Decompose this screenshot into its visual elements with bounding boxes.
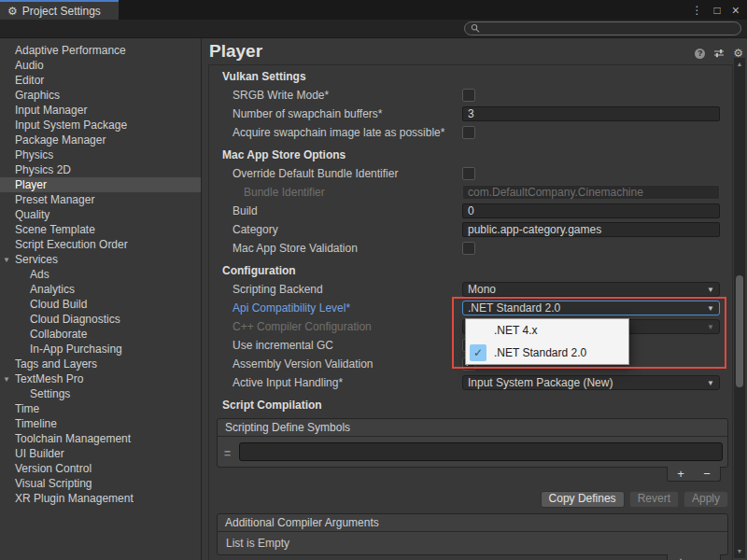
close-icon[interactable]: × [732,4,740,17]
sidebar-item-analytics[interactable]: Analytics [0,282,201,297]
scripting-backend-dropdown[interactable]: Mono▼ [462,282,720,297]
sidebar-item-label: Settings [30,387,70,400]
sidebar-item-quality[interactable]: Quality [0,207,201,222]
sidebar-item-label: Audio [15,59,44,72]
sidebar-item-cloud-diagnostics[interactable]: Cloud Diagnostics [0,312,201,327]
sidebar-item-services[interactable]: ▼Services [0,252,201,267]
section-header-label: Script Compilation [209,399,322,412]
section-header-label: Mac App Store Options [209,148,345,161]
setting-row-acquire-swapchain-image-late-as-possible: Acquire swapchain image late as possible… [209,123,732,142]
sidebar-item-cloud-build[interactable]: Cloud Build [0,297,201,312]
gear-icon: ⚙ [7,6,18,17]
sidebar-item-version-control[interactable]: Version Control [0,461,201,476]
scroll-up-icon[interactable]: ▲ [734,60,745,69]
remove-button[interactable]: − [703,555,711,560]
sidebar-item-script-execution-order[interactable]: Script Execution Order [0,237,201,252]
sidebar-item-label: Physics 2D [15,163,71,176]
sidebar-item-label: UI Builder [15,447,64,460]
api-compatibility-popup: .NET 4.x✓.NET Standard 2.0 [465,318,629,365]
sidebar-item-editor[interactable]: Editor [0,73,201,88]
tab-project-settings[interactable]: ⚙ Project Settings [0,0,119,20]
define-symbols-field[interactable] [239,442,723,461]
sidebar-item-label: Adaptive Performance [15,44,126,57]
help-icon[interactable]: ? [695,49,705,59]
list-empty-text: List is Empty [222,538,723,549]
revert-button: Revert [629,491,679,508]
sidebar-item-physics-2d[interactable]: Physics 2D [0,162,201,177]
toolbar [0,20,747,38]
sidebar-item-physics[interactable]: Physics [0,147,201,162]
sidebar-item-label: Timeline [15,417,57,430]
acquire-swapchain-image-late-as-possible-checkbox[interactable] [462,126,475,139]
sidebar-item-collaborate[interactable]: Collaborate [0,327,201,342]
add-button[interactable]: + [677,555,684,560]
sidebar-item-tags-and-layers[interactable]: Tags and Layers [0,357,201,371]
sidebar-item-input-manager[interactable]: Input Manager [0,103,201,118]
sidebar-item-label: Scene Template [15,223,95,236]
section-header-label: Configuration [209,264,296,277]
sidebar-item-label: XR Plugin Management [15,492,134,505]
scrollbar-thumb[interactable] [736,275,743,387]
maximize-icon[interactable]: □ [714,5,721,16]
remove-button[interactable]: − [703,468,711,480]
add-button[interactable]: + [677,468,684,480]
sidebar-item-adaptive-performance[interactable]: Adaptive Performance [0,43,201,58]
mac-app-store-validation-checkbox[interactable] [462,242,475,255]
build-field[interactable]: 0 [462,203,720,218]
setting-label: Category [209,223,278,236]
search-box[interactable] [464,21,741,35]
popup-item-net-standard-2-0[interactable]: ✓.NET Standard 2.0 [466,342,628,364]
sidebar-item-label: Time [15,402,39,415]
override-default-bundle-identifier-checkbox[interactable] [462,167,475,180]
apply-button: Apply [684,491,728,508]
sidebar-item-textmesh-pro[interactable]: ▼TextMesh Pro [0,371,201,386]
sidebar-item-label: Ads [30,268,49,281]
sidebar-item-visual-scripting[interactable]: Visual Scripting [0,476,201,491]
sidebar-item-time[interactable]: Time [0,401,201,416]
sidebar-item-scene-template[interactable]: Scene Template [0,222,201,237]
sidebar-item-toolchain-management[interactable]: Toolchain Management [0,431,201,446]
active-input-handling-dropdown[interactable]: Input System Package (New)▼ [462,375,720,390]
sidebar-item-label: Script Execution Order [15,238,128,251]
sidebar-item-settings[interactable]: Settings [0,386,201,401]
setting-row-build: Build0 [209,202,732,220]
presets-icon[interactable] [713,48,725,59]
foldout-arrow-icon[interactable]: ▼ [3,253,10,268]
sidebar-item-ui-builder[interactable]: UI Builder [0,446,201,461]
category-field[interactable]: public.app-category.games [462,222,720,237]
setting-label: Bundle Identifier [209,186,325,199]
popup-item-label: .NET Standard 2.0 [494,346,586,359]
chevron-down-icon: ▼ [707,323,714,331]
window-menu-icon[interactable]: ⋮ [692,5,703,16]
sidebar-item-label: Editor [15,74,44,87]
sidebar-item-package-manager[interactable]: Package Manager [0,133,201,147]
sidebar-item-input-system-package[interactable]: Input System Package [0,118,201,133]
api-compatibility-level-dropdown[interactable]: .NET Standard 2.0▼ [462,301,720,315]
box-title: Additional Compiler Arguments [218,514,727,532]
sidebar-item-label: Analytics [30,283,75,296]
copy-defines-button[interactable]: Copy Defines [541,491,625,508]
setting-row-number-of-swapchain-buffers: Number of swapchain buffers*3 [209,105,732,123]
sidebar-item-player[interactable]: Player [0,177,201,192]
sidebar-item-xr-plugin-management[interactable]: XR Plugin Management [0,491,201,506]
sidebar-item-label: Preset Manager [15,193,94,206]
setting-label: Scripting Backend [209,283,323,296]
vertical-scrollbar[interactable]: ▲ ▼ [734,58,745,558]
sidebar-item-audio[interactable]: Audio [0,58,201,73]
sidebar-item-label: Tags and Layers [15,357,97,371]
popup-item-net-4-x[interactable]: .NET 4.x [466,319,628,342]
checkmark-placeholder [470,322,486,339]
setting-row-scripting-backend: Scripting BackendMono▼ [209,280,732,299]
number-of-swapchain-buffers-field[interactable]: 3 [462,106,720,121]
sidebar-item-ads[interactable]: Ads [0,267,201,282]
sidebar-item-timeline[interactable]: Timeline [0,416,201,431]
search-input[interactable] [484,23,735,35]
drag-handle-icon[interactable]: = [224,447,231,460]
foldout-arrow-icon[interactable]: ▼ [3,372,10,387]
sidebar-item-in-app-purchasing[interactable]: In-App Purchasing [0,342,201,357]
sidebar-item-graphics[interactable]: Graphics [0,88,201,103]
chevron-down-icon: ▼ [707,304,714,313]
srgb-write-mode-checkbox[interactable] [462,89,475,102]
sidebar-item-preset-manager[interactable]: Preset Manager [0,192,201,207]
scroll-down-icon[interactable]: ▼ [734,547,745,556]
